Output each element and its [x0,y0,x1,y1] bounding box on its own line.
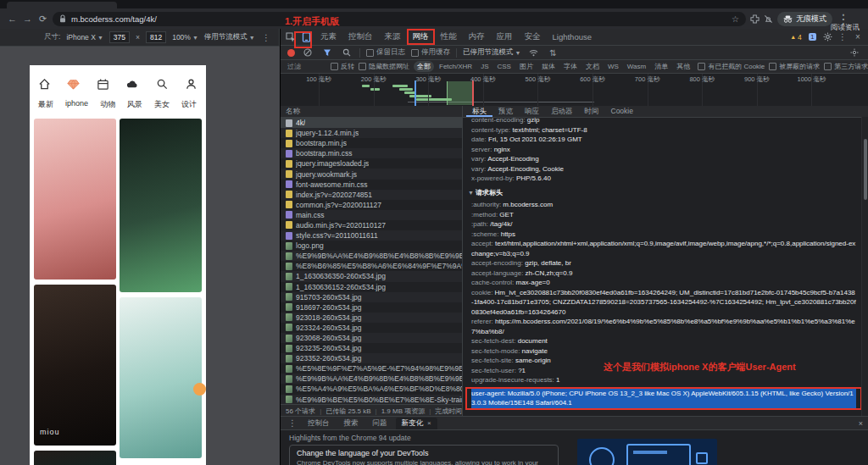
request-row[interactable]: %E5%A4%A9%E5%BA%A6%E5%BF%8D%E8%80%85%E8%… [281,384,462,394]
record-network-log-icon[interactable] [287,49,295,57]
request-row[interactable]: 915703-260x534.jpg [281,292,462,302]
search-network-icon[interactable] [340,48,353,57]
close-drawer-icon[interactable]: × [859,419,863,428]
device-select[interactable]: iPhone X▼ [66,33,103,42]
mobile-nav-设计[interactable]: 设计 [181,99,197,110]
mobile-nav-动物[interactable]: 动物 [100,99,115,110]
mobile-nav-美女[interactable]: 美女 [154,99,170,110]
back-button[interactable]: ← [7,14,18,24]
request-row[interactable]: jquery.imagesloaded.js [281,158,462,169]
detail-tab-Cookie[interactable]: Cookie [605,106,639,117]
request-row[interactable]: 923352-260x534.jpg [281,353,462,363]
device-throttle-select[interactable]: 停用节流模式▼ [204,32,255,42]
mobile-image-photo-anime-dark-green[interactable] [120,119,202,292]
mobile-nav-最新[interactable]: 最新 [38,99,53,110]
tab-网络[interactable]: 网络 [407,29,435,45]
bookmark-star-icon[interactable]: ☆ [732,14,739,24]
notifications-off-icon[interactable] [764,14,773,24]
network-settings-gear-icon[interactable] [848,48,861,57]
network-overview-timeline[interactable]: 100 毫秒200 毫秒300 毫秒400 毫秒500 毫秒600 毫秒700 … [281,74,868,107]
device-toolbar-menu-icon[interactable]: ⋮ [262,33,270,42]
filter-chip-字体[interactable]: 字体 [560,61,581,72]
mobile-nav-风景[interactable]: 风景 [127,99,142,110]
devtools-menu-icon[interactable]: ⋮ [836,32,849,42]
request-row[interactable]: %E5%8E%9F%E7%A5%9E-%E7%94%98%E9%9B%A8-26… [281,363,462,374]
address-bar[interactable]: m.bcoderss.com/tag/4k/ ☆ [53,12,746,26]
filter-chip-全部[interactable]: 全部 [414,61,434,72]
drawer-menu-icon[interactable]: ⋮ [286,418,299,428]
tab-Lighthouse[interactable]: Lighthouse [547,30,598,44]
warnings-badge[interactable]: ▲ 4 [787,33,804,42]
blocked-cookies-checkbox[interactable]: 有已拦截的 Cookie [698,62,765,71]
whats-new-card-title[interactable]: Change the language of your DevTools [297,449,551,457]
request-row[interactable]: 4k/ [281,118,462,128]
disable-cache-checkbox[interactable]: 停用缓存 [411,47,450,58]
detail-tab-响应[interactable]: 响应 [519,106,545,117]
request-row[interactable]: 923018-260x534.jpg [281,313,462,323]
request-row[interactable]: 923235-260x534.jpg [281,343,462,353]
request-row[interactable]: common.js?v=2020011127 [281,200,462,210]
request-row[interactable]: jquery.wookmark.js [281,169,462,179]
request-row[interactable]: 1_1630636152-260x534.jpg [281,282,462,292]
detail-tab-启动器[interactable]: 启动器 [545,106,579,117]
tab-安全[interactable]: 安全 [519,29,547,45]
request-row[interactable]: jquery-1.12.4.min.js [281,128,462,138]
search-icon[interactable] [156,78,169,91]
close-tab-icon[interactable]: × [427,419,431,427]
headers-scrollbar[interactable] [861,117,868,417]
drawer-tab-搜索[interactable]: 搜索 [338,418,364,429]
lock-icon[interactable] [59,14,66,23]
import-export-icon[interactable]: ⇅ [546,48,559,58]
request-row[interactable]: 918697-260x534.jpg [281,302,462,313]
mobile-image-photo-woman-pink[interactable] [34,119,116,280]
request-row[interactable]: logo.png [281,241,462,251]
request-row[interactable]: 1_1630636350-260x534.jpg [281,271,462,281]
detail-tab-时间[interactable]: 时间 [579,106,605,117]
tab-元素[interactable]: 元素 [314,29,342,45]
mobile-nav-iphone[interactable]: iphone [65,99,88,110]
throttling-select[interactable]: 已停用节流模式▼ [463,47,520,58]
settings-gear-icon[interactable] [821,32,834,42]
mobile-image-photo-woman-dark[interactable] [34,285,116,446]
invert-checkbox[interactable]: 反转 [331,62,354,71]
filter-chip-CSS[interactable]: CSS [493,62,514,71]
tab-应用[interactable]: 应用 [491,29,519,45]
whats-new-card[interactable]: Change the language of your DevTools Chr… [289,445,559,465]
drawer-tab-问题[interactable]: 问题 [367,418,393,429]
request-row[interactable]: bootstrap.min.css [281,148,462,158]
filter-chip-JS[interactable]: JS [477,62,492,71]
tab-性能[interactable]: 性能 [435,29,463,45]
tab-控制台[interactable]: 控制台 [342,29,379,45]
devtools-close-icon[interactable]: × [851,32,865,42]
filter-chip-Fetch/XHR[interactable]: Fetch/XHR [436,62,476,71]
filter-chip-清单[interactable]: 清单 [651,61,671,72]
user-icon[interactable] [185,78,198,91]
filter-chip-WS[interactable]: WS [604,62,622,71]
hide-data-urls-checkbox[interactable]: 隐藏数据网址 [359,62,409,71]
request-headers-section[interactable]: ▼ 请求标头 [468,188,856,198]
reload-button[interactable]: ⟳ [37,14,48,25]
tab-来源[interactable]: 来源 [379,29,407,45]
request-row[interactable]: %E9%9B%AA%E4%B9%8B%E4%B8%8B%E9%9B%AA%E4%… [281,251,462,261]
home-icon[interactable] [38,78,51,91]
drawer-tab-新变化[interactable]: 新变化× [396,418,437,429]
request-row[interactable]: main.css [281,210,462,220]
filter-chip-图片[interactable]: 图片 [516,61,537,72]
blocked-requests-checkbox[interactable]: 被屏蔽的请求 [769,62,820,71]
issues-badge[interactable]: 1 [806,33,819,41]
detail-tab-预览[interactable]: 预览 [492,106,519,117]
filter-chip-媒体[interactable]: 媒体 [538,61,559,72]
diamond-icon[interactable] [67,78,80,91]
preserve-log-checkbox[interactable]: 保留日志 [366,47,405,58]
filter-chip-Wasm[interactable]: Wasm [624,62,649,71]
drawer-tab-控制台[interactable]: 控制台 [302,418,336,429]
forward-button[interactable]: → [22,14,33,24]
mobile-image-photo-partial-bottom[interactable] [34,451,116,465]
incognito-badge[interactable]: 无痕模式 [777,12,832,26]
cloud-icon[interactable] [125,78,139,91]
tab-内存[interactable]: 内存 [463,29,491,45]
filter-input[interactable]: 过滤 [287,62,326,71]
filter-icon[interactable] [320,48,334,57]
request-table-header[interactable]: 名称 [281,106,462,118]
request-row[interactable]: font-awesome.min.css [281,180,462,190]
